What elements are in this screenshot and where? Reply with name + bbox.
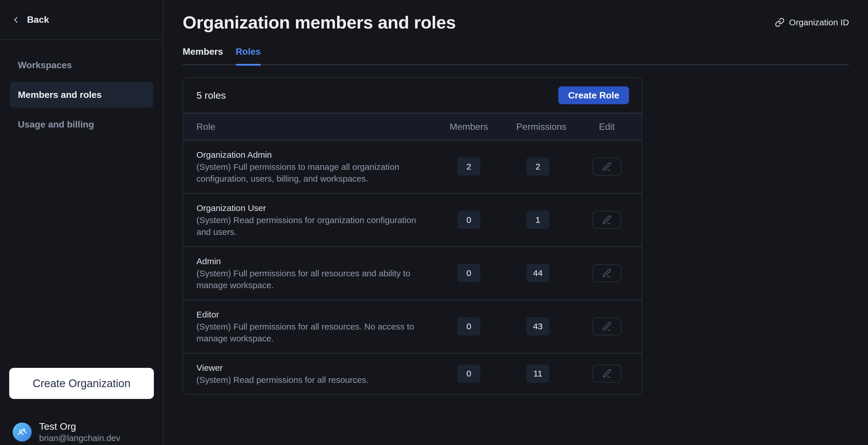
members-count-badge: 0 xyxy=(457,264,480,282)
tab-bar: Members Roles xyxy=(183,46,849,65)
role-cell: Organization Admin (System) Full permiss… xyxy=(196,149,421,184)
page-header: Organization members and roles Organizat… xyxy=(183,12,849,32)
permissions-count-badge: 44 xyxy=(526,264,549,282)
pencil-icon xyxy=(601,321,613,332)
tab-members[interactable]: Members xyxy=(183,46,223,64)
permissions-count-badge: 2 xyxy=(526,157,549,176)
role-cell: Editor (System) Full permissions for all… xyxy=(196,308,421,344)
organization-name: Test Org xyxy=(39,420,120,432)
back-label: Back xyxy=(27,14,49,25)
edit-role-button[interactable] xyxy=(592,365,621,383)
column-header-edit: Edit xyxy=(585,121,628,132)
permissions-count-badge: 43 xyxy=(526,317,549,335)
create-role-button[interactable]: Create Role xyxy=(558,86,629,104)
members-count-badge: 0 xyxy=(457,317,480,335)
role-description: (System) Full permissions for all resour… xyxy=(196,321,421,344)
create-organization-button[interactable]: Create Organization xyxy=(9,368,154,399)
role-description: (System) Read permissions for organizati… xyxy=(196,214,421,238)
sidebar-item-members-and-roles[interactable]: Members and roles xyxy=(10,82,153,108)
pencil-icon xyxy=(601,267,613,279)
role-cell: Organization User (System) Read permissi… xyxy=(196,202,421,238)
back-button[interactable]: Back xyxy=(0,0,163,40)
pencil-icon xyxy=(601,368,613,379)
sidebar-item-usage-and-billing[interactable]: Usage and billing xyxy=(10,111,153,137)
table-row: Organization User (System) Read permissi… xyxy=(183,194,642,247)
link-icon xyxy=(775,18,784,27)
table-row: Organization Admin (System) Full permiss… xyxy=(183,141,642,194)
permissions-count-badge: 11 xyxy=(526,365,549,383)
role-cell: Admin (System) Full permissions for all … xyxy=(196,255,421,291)
sidebar-footer: Create Organization Test Org brian@langc… xyxy=(0,368,163,445)
roles-panel-header: 5 roles Create Role xyxy=(183,78,642,113)
chevron-left-icon xyxy=(11,15,21,25)
members-count-badge: 0 xyxy=(457,365,480,383)
table-row: Admin (System) Full permissions for all … xyxy=(183,247,642,300)
column-header-members: Members xyxy=(447,121,490,132)
role-description: (System) Read permissions for all resour… xyxy=(196,374,421,386)
pencil-icon xyxy=(601,214,613,226)
role-cell: Viewer (System) Read permissions for all… xyxy=(196,361,421,386)
column-header-role: Role xyxy=(196,121,421,132)
sidebar-item-label: Members and roles xyxy=(18,90,102,100)
main-content: Organization members and roles Organizat… xyxy=(164,0,868,445)
organization-id-label: Organization ID xyxy=(789,18,849,27)
edit-role-button[interactable] xyxy=(592,158,621,176)
edit-role-button[interactable] xyxy=(592,318,621,335)
edit-role-button[interactable] xyxy=(592,211,621,229)
role-description: (System) Full permissions for all resour… xyxy=(196,267,421,291)
roles-panel: 5 roles Create Role Role Members Permiss… xyxy=(183,77,642,395)
sidebar-item-workspaces[interactable]: Workspaces xyxy=(10,52,153,78)
role-name: Admin xyxy=(196,255,421,267)
members-count-badge: 2 xyxy=(457,157,480,176)
organization-switcher[interactable]: Test Org brian@langchain.dev xyxy=(9,420,154,444)
tab-roles[interactable]: Roles xyxy=(236,46,261,64)
role-name: Organization User xyxy=(196,202,421,214)
edit-role-button[interactable] xyxy=(592,264,621,282)
role-description: (System) Full permissions to manage all … xyxy=(196,161,421,184)
page-title: Organization members and roles xyxy=(183,12,456,32)
role-name: Viewer xyxy=(196,361,421,374)
members-count-badge: 0 xyxy=(457,211,480,229)
role-name: Organization Admin xyxy=(196,149,421,161)
pencil-icon xyxy=(601,161,613,172)
table-row: Viewer (System) Read permissions for all… xyxy=(183,353,642,394)
sidebar-nav: Workspaces Members and roles Usage and b… xyxy=(0,40,163,368)
role-name: Editor xyxy=(196,308,421,321)
permissions-count-badge: 1 xyxy=(526,211,549,229)
people-icon xyxy=(17,426,28,438)
organization-id-button[interactable]: Organization ID xyxy=(775,18,849,27)
sidebar-item-label: Usage and billing xyxy=(18,119,94,130)
column-header-permissions: Permissions xyxy=(516,121,559,132)
organization-avatar xyxy=(13,422,32,442)
sidebar: Back Workspaces Members and roles Usage … xyxy=(0,0,164,445)
roles-table-header: Role Members Permissions Edit xyxy=(183,113,642,141)
table-row: Editor (System) Full permissions for all… xyxy=(183,300,642,353)
sidebar-item-label: Workspaces xyxy=(18,60,72,70)
organization-email: brian@langchain.dev xyxy=(39,432,120,444)
roles-count: 5 roles xyxy=(196,90,226,101)
